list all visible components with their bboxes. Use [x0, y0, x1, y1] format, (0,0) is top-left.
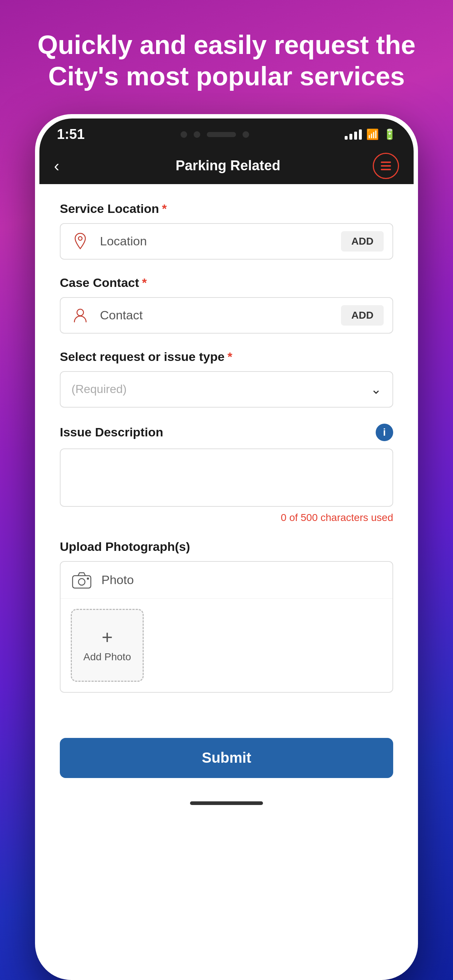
issue-type-section: Select request or issue type * (Required… [60, 350, 393, 407]
issue-description-label: Issue Description [60, 425, 163, 439]
home-indicator [39, 795, 414, 817]
issue-description-section: Issue Description i 0 of 500 characters … [60, 424, 393, 523]
phone-inner: 1:51 📶 🔋 ‹ Parking Related [39, 118, 414, 817]
nav-title: Parking Related [83, 158, 373, 173]
service-location-label: Service Location * [60, 202, 393, 216]
add-photo-plus-icon: + [102, 628, 113, 647]
nav-bar: ‹ Parking Related [39, 148, 414, 184]
back-button[interactable]: ‹ [54, 157, 83, 175]
photo-container: Photo + Add Photo [60, 561, 393, 693]
status-time: 1:51 [57, 127, 85, 142]
svg-point-1 [77, 309, 83, 316]
location-field-row[interactable]: Location ADD [60, 223, 393, 259]
submit-button[interactable]: Submit [60, 738, 393, 778]
battery-icon: 🔋 [383, 128, 396, 140]
location-add-button[interactable]: ADD [341, 231, 384, 251]
add-photo-button[interactable]: + Add Photo [71, 609, 144, 682]
contact-field-row[interactable]: Contact ADD [60, 297, 393, 334]
location-pin-icon [69, 231, 91, 252]
contact-required-star: * [142, 275, 147, 290]
issue-type-label: Select request or issue type * [60, 350, 393, 364]
photo-label: Photo [101, 573, 134, 587]
status-bar: 1:51 📶 🔋 [39, 118, 414, 148]
photo-header-row: Photo [61, 562, 392, 599]
chevron-down-icon: ⌄ [370, 382, 381, 397]
upload-photo-label: Upload Photograph(s) [60, 539, 393, 554]
notch [164, 126, 266, 144]
add-photo-text: Add Photo [83, 651, 131, 663]
dropdown-placeholder: (Required) [72, 382, 370, 396]
issue-description-header: Issue Description i [60, 424, 393, 441]
issue-description-textarea[interactable] [60, 449, 393, 507]
submit-area: Submit [39, 726, 414, 795]
phone-frame: 1:51 📶 🔋 ‹ Parking Related [35, 114, 418, 980]
notch-dot-3 [242, 131, 249, 138]
case-contact-label: Case Contact * [60, 275, 393, 290]
menu-button[interactable] [373, 153, 399, 179]
status-icons: 📶 🔋 [345, 128, 396, 140]
location-required-star: * [162, 202, 167, 216]
upload-photo-section: Upload Photograph(s) Photo [60, 539, 393, 693]
notch-pill [207, 132, 236, 137]
hamburger-icon [381, 162, 391, 170]
service-location-section: Service Location * Location ADD [60, 202, 393, 259]
svg-point-4 [87, 578, 89, 580]
info-icon: i [376, 424, 393, 441]
case-contact-section: Case Contact * Contact ADD [60, 275, 393, 334]
home-bar [190, 801, 263, 805]
notch-dot-1 [180, 131, 187, 138]
camera-icon [71, 569, 93, 591]
wifi-icon: 📶 [366, 128, 379, 140]
hero-title: Quickly and easily request the City's mo… [0, 0, 453, 114]
svg-point-3 [78, 579, 85, 585]
form-content: Service Location * Location ADD [39, 184, 414, 726]
char-count-label: 0 of 500 characters used [60, 512, 393, 523]
contact-placeholder: Contact [100, 308, 341, 322]
notch-dot-2 [194, 131, 200, 138]
issue-type-dropdown[interactable]: (Required) ⌄ [60, 371, 393, 407]
contact-add-button[interactable]: ADD [341, 305, 384, 326]
signal-icon [345, 129, 362, 140]
issue-type-required-star: * [228, 350, 232, 364]
svg-point-0 [78, 237, 82, 240]
photo-grid: + Add Photo [61, 599, 392, 692]
location-placeholder: Location [100, 234, 341, 248]
contact-person-icon [69, 304, 91, 326]
